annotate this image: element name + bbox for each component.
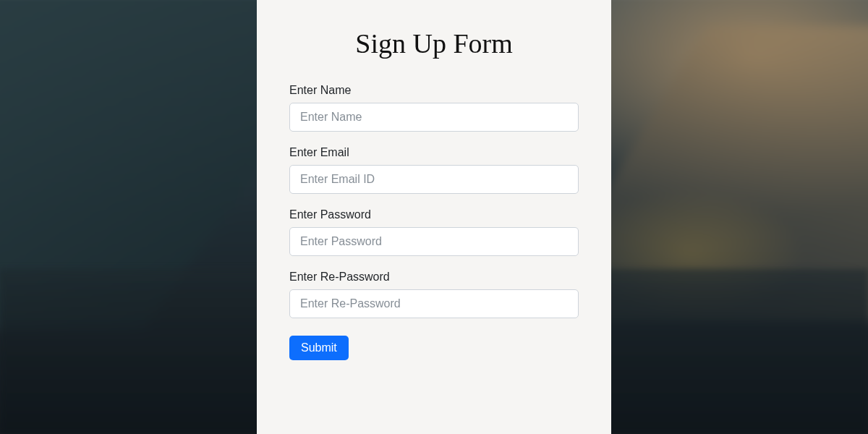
form-title: Sign Up Form: [289, 27, 579, 59]
repassword-label: Enter Re-Password: [289, 271, 579, 284]
submit-button[interactable]: Submit: [289, 336, 349, 360]
name-input[interactable]: [289, 103, 579, 132]
repassword-group: Enter Re-Password: [289, 271, 579, 318]
password-label: Enter Password: [289, 208, 579, 221]
email-group: Enter Email: [289, 146, 579, 194]
name-label: Enter Name: [289, 84, 579, 97]
password-input[interactable]: [289, 227, 579, 256]
repassword-input[interactable]: [289, 289, 579, 318]
password-group: Enter Password: [289, 208, 579, 256]
email-input[interactable]: [289, 165, 579, 194]
signup-card: Sign Up Form Enter Name Enter Email Ente…: [257, 0, 611, 434]
name-group: Enter Name: [289, 84, 579, 132]
email-label: Enter Email: [289, 146, 579, 159]
